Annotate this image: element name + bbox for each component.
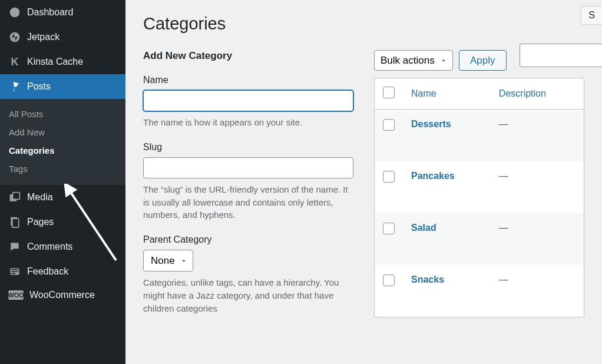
row-checkbox[interactable] (383, 223, 395, 234)
row-checkbox[interactable] (383, 119, 395, 131)
row-checkbox[interactable] (383, 274, 395, 286)
sidebar-item-posts[interactable]: Posts (0, 74, 125, 99)
category-description: — (491, 213, 584, 265)
sidebar-item-label: Jetpack (27, 32, 59, 42)
jetpack-icon (8, 31, 21, 44)
name-label: Name (143, 75, 353, 85)
submenu-tags[interactable]: Tags (0, 160, 125, 178)
sidebar-item-label: Posts (27, 81, 51, 92)
table-row: Pancakes — (375, 161, 584, 213)
sidebar-item-feedback[interactable]: Feedback (0, 259, 125, 284)
posts-submenu: All Posts Add New Categories Tags (0, 99, 125, 185)
search-input[interactable] (520, 44, 602, 67)
sidebar-item-label: WooCommerce (29, 290, 95, 300)
category-description: — (491, 110, 584, 162)
category-description: — (491, 161, 584, 213)
slug-help: The “slug” is the URL-friendly version o… (143, 183, 353, 221)
sidebar-item-jetpack[interactable]: Jetpack (0, 25, 125, 49)
sidebar-item-kinsta[interactable]: K Kinsta Cache (0, 49, 125, 74)
bulk-actions-select[interactable]: Bulk actions (374, 50, 453, 71)
admin-sidebar: Dashboard Jetpack K Kinsta Cache Posts A… (0, 0, 125, 364)
apply-button[interactable]: Apply (459, 50, 507, 71)
parent-label: Parent Category (143, 234, 353, 245)
name-help: The name is how it appears on your site. (143, 116, 353, 129)
pin-icon (8, 80, 21, 93)
category-name-input[interactable] (143, 90, 353, 111)
submenu-all-posts[interactable]: All Posts (0, 105, 125, 123)
dashboard-icon (8, 6, 21, 19)
woocommerce-icon: WOO (8, 290, 24, 300)
table-row: Snacks — (375, 265, 584, 317)
slug-label: Slug (143, 142, 353, 153)
sidebar-item-label: Media (27, 192, 53, 203)
svg-point-0 (10, 32, 20, 42)
kinsta-icon: K (8, 55, 21, 68)
form-heading: Add New Category (143, 50, 353, 62)
sidebar-item-dashboard[interactable]: Dashboard (0, 0, 125, 25)
sidebar-item-label: Feedback (27, 266, 68, 277)
column-header-description[interactable]: Description (491, 78, 584, 110)
parent-category-select[interactable]: None (143, 250, 193, 272)
content-area: S Categories Add New Category Name The n… (125, 0, 602, 364)
category-link[interactable]: Salad (411, 223, 436, 233)
category-link[interactable]: Pancakes (411, 171, 455, 181)
sidebar-item-comments[interactable]: Comments (0, 234, 125, 259)
categories-table: Name Description Desserts — Pancakes — (374, 78, 584, 317)
submenu-categories[interactable]: Categories (0, 141, 125, 160)
table-row: Desserts — (375, 110, 584, 162)
pages-icon (8, 216, 21, 229)
row-checkbox[interactable] (383, 171, 395, 183)
feedback-icon (8, 265, 21, 278)
parent-help: Categories, unlike tags, can have a hier… (143, 276, 353, 315)
add-category-form: Add New Category Name The name is how it… (143, 50, 353, 327)
svg-rect-2 (13, 193, 20, 200)
sidebar-item-pages[interactable]: Pages (0, 210, 125, 234)
category-list-panel: Bulk actions Apply Name Description Dess… (374, 50, 584, 327)
category-description: — (491, 265, 584, 317)
category-link[interactable]: Desserts (411, 119, 451, 129)
sidebar-item-label: Comments (27, 241, 72, 252)
media-icon (8, 191, 21, 204)
column-header-name[interactable]: Name (403, 78, 491, 110)
select-all-checkbox[interactable] (383, 87, 395, 98)
search-button-partial[interactable]: S (581, 6, 602, 25)
sidebar-item-label: Pages (27, 217, 54, 227)
sidebar-item-woocommerce[interactable]: WOO WooCommerce (0, 284, 125, 306)
sidebar-item-label: Kinsta Cache (27, 57, 83, 67)
comments-icon (8, 240, 21, 253)
submenu-add-new[interactable]: Add New (0, 123, 125, 141)
category-slug-input[interactable] (143, 157, 353, 178)
sidebar-item-media[interactable]: Media (0, 185, 125, 210)
table-row: Salad — (375, 213, 584, 265)
category-link[interactable]: Snacks (411, 274, 444, 284)
page-title: Categories (143, 14, 584, 34)
sidebar-item-label: Dashboard (27, 7, 73, 18)
svg-rect-4 (12, 219, 19, 227)
